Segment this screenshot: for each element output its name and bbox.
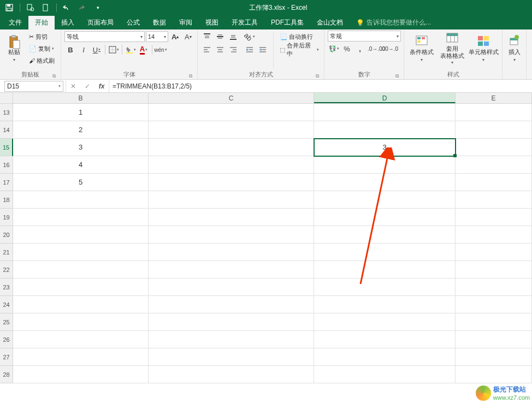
cell-C18[interactable] [149, 191, 314, 209]
format-as-table-button[interactable]: 套用 表格格式▾ [438, 31, 466, 67]
row-header-22[interactable]: 22 [0, 261, 13, 278]
cell-B13[interactable]: 1 [13, 104, 149, 121]
cell-B18[interactable] [13, 191, 149, 209]
cell-D20[interactable] [314, 226, 456, 244]
cell-D17[interactable] [314, 174, 456, 191]
print-preview-button[interactable] [25, 2, 37, 14]
name-box[interactable]: D15▾ [4, 81, 63, 92]
cell-E22[interactable] [456, 261, 532, 278]
align-right-button[interactable] [227, 44, 239, 56]
cell-E23[interactable] [456, 278, 532, 296]
font-size-combo[interactable]: 14▾ [146, 31, 168, 42]
cell-E19[interactable] [456, 209, 532, 226]
cell-D14[interactable] [314, 121, 456, 139]
qat-customize-button[interactable]: ▾ [92, 2, 104, 14]
align-left-button[interactable] [201, 44, 213, 56]
decrease-font-button[interactable]: A▾ [182, 31, 194, 43]
increase-font-button[interactable]: A▴ [169, 31, 181, 43]
tab-view[interactable]: 视图 [199, 16, 225, 29]
cell-C24[interactable] [149, 296, 314, 313]
cell-C14[interactable] [149, 121, 314, 139]
cell-E27[interactable] [456, 348, 532, 366]
tab-page-layout[interactable]: 页面布局 [81, 16, 120, 29]
tab-formulas[interactable]: 公式 [120, 16, 146, 29]
cell-D19[interactable] [314, 209, 456, 226]
enter-formula-button[interactable]: ✓ [80, 80, 94, 92]
cell-B17[interactable]: 5 [13, 174, 149, 191]
number-format-combo[interactable]: 常规▾ [328, 31, 401, 42]
save-button[interactable] [3, 2, 15, 14]
row-header-17[interactable]: 17 [0, 174, 13, 191]
font-name-combo[interactable]: 等线▾ [64, 31, 145, 42]
comma-button[interactable]: , [354, 43, 366, 55]
column-header-D[interactable]: D [314, 93, 456, 103]
column-header-E[interactable]: E [456, 93, 532, 103]
row-header-15[interactable]: 15 [0, 139, 13, 156]
tab-kingsoft-docs[interactable]: 金山文档 [310, 16, 350, 29]
row-header-27[interactable]: 27 [0, 348, 13, 366]
wrap-text-button[interactable]: 📃自动换行 [278, 31, 321, 43]
cell-B14[interactable]: 2 [13, 121, 149, 139]
cell-B27[interactable] [13, 348, 149, 366]
border-button[interactable] [108, 44, 120, 56]
cell-B16[interactable]: 4 [13, 156, 149, 174]
cell-C15[interactable] [149, 139, 314, 156]
cell-E25[interactable] [456, 313, 532, 331]
row-header-18[interactable]: 18 [0, 191, 13, 209]
row-header-25[interactable]: 25 [0, 313, 13, 331]
cell-C22[interactable] [149, 261, 314, 278]
align-launcher[interactable]: ⧉ [314, 72, 321, 79]
row-header-24[interactable]: 24 [0, 296, 13, 313]
cell-E20[interactable] [456, 226, 532, 244]
cancel-formula-button[interactable]: ✕ [66, 80, 80, 92]
cell-D15[interactable]: 3 [314, 139, 456, 156]
tab-file[interactable]: 文件 [2, 16, 28, 29]
row-header-13[interactable]: 13 [0, 104, 13, 121]
row-header-14[interactable]: 14 [0, 121, 13, 139]
insert-function-button[interactable]: fx [94, 80, 109, 92]
paste-button[interactable]: 粘贴 ▾ [3, 31, 25, 67]
cell-C26[interactable] [149, 331, 314, 348]
cell-B15[interactable]: 3 [13, 139, 149, 156]
cell-B20[interactable] [13, 226, 149, 244]
tab-data[interactable]: 数据 [146, 16, 173, 29]
orientation-button[interactable]: ab [244, 31, 256, 43]
cut-button[interactable]: ✂剪切 [27, 31, 56, 43]
cell-E17[interactable] [456, 174, 532, 191]
column-header-B[interactable]: B [13, 93, 149, 103]
tab-review[interactable]: 审阅 [173, 16, 199, 29]
select-all-corner[interactable] [0, 93, 13, 103]
cell-C27[interactable] [149, 348, 314, 366]
cell-D21[interactable] [314, 244, 456, 261]
cell-E13[interactable] [456, 104, 532, 121]
cell-E21[interactable] [456, 244, 532, 261]
cell-B23[interactable] [13, 278, 149, 296]
cell-E18[interactable] [456, 191, 532, 209]
cell-E16[interactable] [456, 156, 532, 174]
undo-button[interactable] [61, 2, 73, 14]
insert-cells-button[interactable]: 插入▾ [506, 31, 523, 67]
italic-button[interactable]: I [78, 44, 90, 56]
cell-C28[interactable] [149, 366, 314, 383]
align-middle-button[interactable] [214, 31, 226, 43]
copy-button[interactable]: 📄复制▾ [27, 43, 56, 55]
cell-E28[interactable] [456, 366, 532, 383]
cell-D27[interactable] [314, 348, 456, 366]
cell-C13[interactable] [149, 104, 314, 121]
decrease-decimal-button[interactable]: .00→.0 [383, 43, 395, 55]
cell-B28[interactable] [13, 366, 149, 383]
formula-input[interactable]: =TRIMMEAN(B13:B17,2/5) [109, 80, 532, 92]
format-painter-button[interactable]: 🖌格式刷 [27, 55, 56, 67]
phonetic-button[interactable]: wén [155, 44, 167, 56]
align-bottom-button[interactable] [227, 31, 239, 43]
cell-D26[interactable] [314, 331, 456, 348]
row-header-26[interactable]: 26 [0, 331, 13, 348]
percent-button[interactable]: % [341, 43, 353, 55]
cell-B19[interactable] [13, 209, 149, 226]
cell-D22[interactable] [314, 261, 456, 278]
cell-D24[interactable] [314, 296, 456, 313]
bold-button[interactable]: B [64, 44, 76, 56]
accounting-format-button[interactable]: 💱 [328, 43, 340, 55]
cell-E26[interactable] [456, 331, 532, 348]
cell-C21[interactable] [149, 244, 314, 261]
